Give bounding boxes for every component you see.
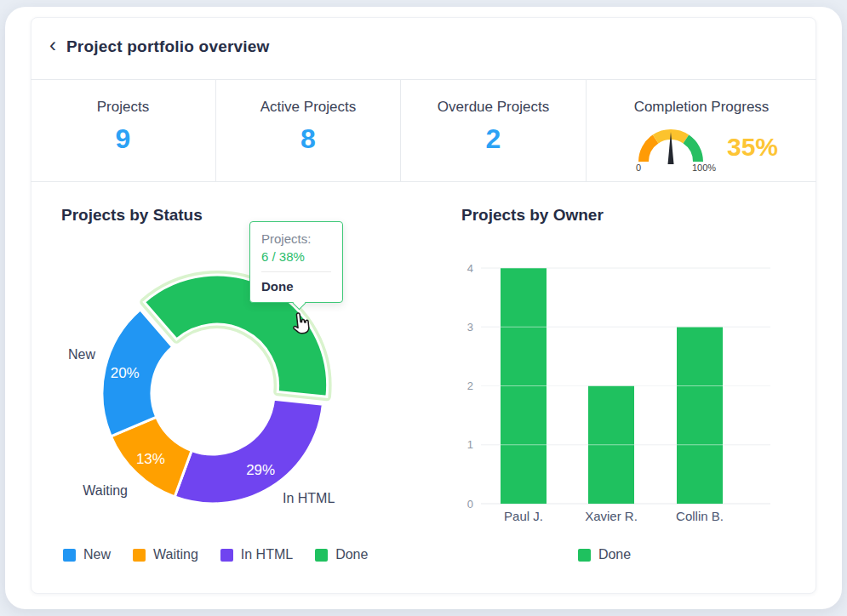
tooltip-divider bbox=[261, 271, 331, 272]
stat-card-active-projects: Active Projects 8 bbox=[215, 80, 400, 181]
gauge-max-label: 100% bbox=[692, 163, 716, 172]
legend-swatch bbox=[133, 549, 146, 562]
owner-chart-legend: Done bbox=[451, 547, 758, 562]
page-header: ‹ Project portfolio overview bbox=[49, 37, 270, 56]
status-chart-legend: NewWaitingIn HTMLDone bbox=[63, 547, 368, 562]
y-tick-label: 2 bbox=[467, 379, 473, 392]
donut-category-label: In HTML bbox=[283, 491, 335, 505]
x-category-label: Xavier R. bbox=[585, 509, 638, 523]
legend-label: New bbox=[83, 547, 111, 562]
owner-chart-title: Projects by Owner bbox=[461, 206, 604, 225]
legend-swatch bbox=[315, 549, 328, 562]
owner-bar-chart[interactable]: 01234Paul J.Xavier R.Collin B. bbox=[451, 255, 783, 539]
tooltip-label: Projects: bbox=[261, 231, 331, 246]
stat-value: 8 bbox=[216, 123, 400, 155]
stat-value: 2 bbox=[401, 123, 586, 155]
stats-divider bbox=[31, 181, 816, 182]
legend-item-done[interactable]: Done bbox=[578, 547, 631, 562]
legend-swatch bbox=[578, 549, 591, 562]
legend-item-new[interactable]: New bbox=[63, 547, 111, 562]
legend-swatch bbox=[220, 549, 233, 562]
legend-item-in-html[interactable]: In HTML bbox=[220, 547, 293, 562]
completion-gauge: 0100% bbox=[625, 119, 717, 175]
tooltip-value: 6 / 38% bbox=[261, 249, 331, 264]
stat-label: Active Projects bbox=[216, 99, 400, 116]
legend-label: Done bbox=[598, 547, 631, 562]
gauge-min-label: 0 bbox=[636, 163, 641, 172]
stat-label: Projects bbox=[31, 99, 215, 116]
bar-collin-b-[interactable] bbox=[677, 327, 723, 504]
hand-pointer-cursor-icon bbox=[288, 311, 314, 337]
stat-card-overdue-projects: Overdue Projects 2 bbox=[400, 80, 586, 181]
donut-percent-label: 13% bbox=[136, 451, 165, 467]
legend-item-waiting[interactable]: Waiting bbox=[133, 547, 198, 562]
back-chevron-icon[interactable]: ‹ bbox=[49, 36, 56, 54]
stat-value: 9 bbox=[31, 123, 215, 155]
page-title: Project portfolio overview bbox=[66, 37, 270, 56]
x-category-label: Collin B. bbox=[676, 509, 724, 523]
stat-card-projects: Projects 9 bbox=[31, 80, 215, 181]
chart-tooltip: Projects: 6 / 38% Done bbox=[249, 221, 343, 303]
stat-label: Completion Progress bbox=[587, 99, 816, 116]
completion-percent: 35% bbox=[727, 133, 778, 162]
tooltip-series-name: Done bbox=[261, 279, 331, 294]
legend-label: In HTML bbox=[241, 547, 293, 562]
stat-label: Overdue Projects bbox=[401, 99, 586, 116]
legend-label: Done bbox=[335, 547, 368, 562]
y-tick-label: 3 bbox=[467, 321, 473, 334]
legend-swatch bbox=[63, 549, 76, 562]
y-tick-label: 1 bbox=[467, 438, 473, 451]
legend-label: Waiting bbox=[153, 547, 198, 562]
y-tick-label: 4 bbox=[467, 262, 473, 275]
x-category-label: Paul J. bbox=[504, 509, 543, 523]
donut-percent-label: 20% bbox=[111, 365, 140, 381]
donut-category-label: Waiting bbox=[83, 483, 128, 498]
legend-item-done[interactable]: Done bbox=[315, 547, 368, 562]
stat-card-completion-progress: Completion Progress 0100% 35% bbox=[586, 80, 816, 181]
donut-percent-label: 29% bbox=[246, 462, 275, 478]
donut-category-label: New bbox=[68, 347, 95, 362]
y-tick-label: 0 bbox=[467, 498, 473, 510]
status-chart-title: Projects by Status bbox=[61, 206, 203, 225]
donut-slice-in-html[interactable] bbox=[175, 399, 323, 504]
